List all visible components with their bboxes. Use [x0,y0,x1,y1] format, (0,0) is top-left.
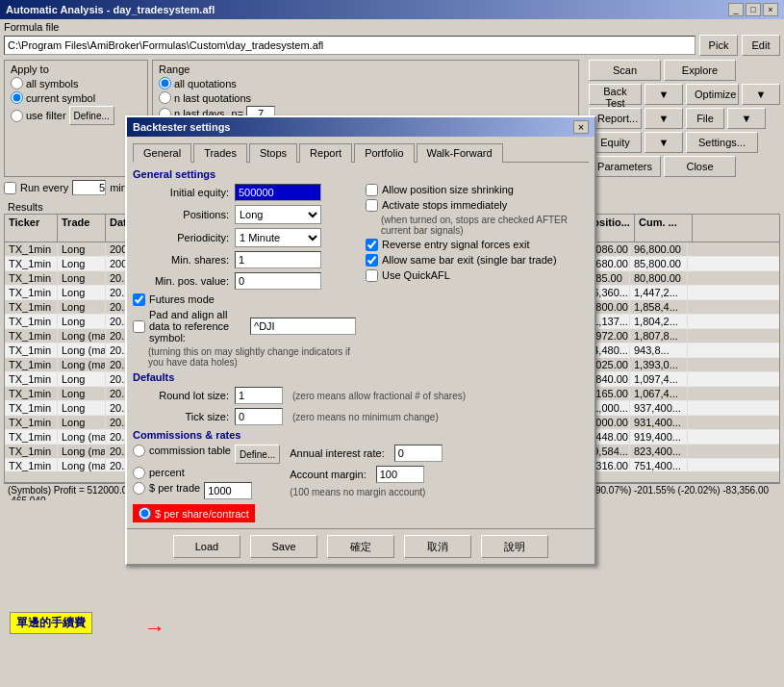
tab-general[interactable]: General [133,143,191,163]
radio-all-symbols-label: all symbols [26,78,78,89]
pad-align-checkbox[interactable] [133,320,145,333]
percent-radio[interactable] [133,467,145,479]
commission-table-row: commission table Define... [133,445,280,464]
tick-size-hint: (zero means no minimum change) [292,412,439,422]
initial-equity-label: Initial equity: [133,187,229,198]
maximize-button[interactable]: □ [746,3,761,16]
table-cell: 1,804,2... [630,315,688,328]
radio-use-filter-input[interactable] [11,110,23,122]
help-button[interactable]: 說明 [481,535,548,558]
explore-button[interactable]: Explore [664,60,736,81]
allow-pos-shrink-checkbox[interactable] [366,184,378,196]
futures-mode-label: Futures mode [149,293,215,305]
activate-stops-hint: (when turned on, stops are checked AFTER… [381,215,589,236]
pick-button[interactable]: Pick [699,35,738,56]
initial-equity-input[interactable] [235,184,321,201]
radio-current-symbol-input[interactable] [11,91,23,104]
table-cell: TX_1min [5,329,58,343]
parameters-button[interactable]: Parameters [589,156,661,177]
futures-mode-checkbox[interactable] [133,293,145,306]
close-button[interactable]: Close [664,156,736,177]
scan-button[interactable]: Scan [589,60,661,81]
tab-portfolio[interactable]: Portfolio [354,143,414,163]
formula-path-input[interactable] [4,36,695,55]
run-every-row: Run every min [4,180,127,195]
run-every-input[interactable] [72,180,106,195]
equity-dropdown[interactable]: ▼ [645,132,683,153]
radio-n-last-quotations-input[interactable] [159,91,171,104]
dialog-close-button[interactable]: × [573,120,589,134]
load-button[interactable]: Load [173,535,240,558]
periodicity-select[interactable]: 1 Minute 5 Minutes Daily [235,228,321,247]
close-window-button[interactable]: × [763,3,778,16]
positions-select[interactable]: Long Short Long & Short [235,205,321,224]
tab-trades[interactable]: Trades [193,143,247,163]
radio-all-quotations-label: all quotations [174,78,237,89]
ref-symbol-input[interactable] [250,318,356,335]
file-dropdown[interactable]: ▼ [727,108,766,129]
tick-size-row: Tick size: (zero means no minimum change… [133,408,589,425]
radio-all-quotations-input[interactable] [159,77,171,89]
table-cell: 751,400... [630,459,688,471]
settings-button[interactable]: Settings... [686,132,758,153]
annual-interest-input[interactable] [394,445,443,462]
commission-table-label: commission table [149,445,231,456]
min-pos-value-label: Min. pos. value: [133,275,229,287]
table-cell: Long [58,416,106,429]
backtest-dropdown[interactable]: ▼ [645,84,683,105]
radio-all-symbols-input[interactable] [11,77,23,89]
table-cell: TX_1min [5,372,58,386]
round-lot-input[interactable] [235,387,283,404]
activate-stops-label: Activate stops immediately [382,199,507,211]
confirm-button[interactable]: 確定 [327,535,394,558]
tab-stops[interactable]: Stops [249,143,297,163]
min-pos-value-input[interactable] [235,272,321,290]
table-cell: 1,393,0... [630,358,688,371]
run-every-checkbox[interactable] [4,182,16,194]
table-cell: TX_1min [5,459,58,471]
report-button[interactable]: Report... [589,108,642,129]
tab-walk-forward[interactable]: Walk-Forward [417,143,503,163]
commission-table-radio[interactable] [133,445,145,457]
radio-n-last-quotations-label: n last quotations [174,92,251,104]
commissions-right: Annual interest rate: Account margin: (1… [290,445,442,522]
tab-report[interactable]: Report [299,143,352,163]
min-shares-input[interactable] [235,251,321,268]
account-margin-input[interactable] [376,466,424,483]
optimize-dropdown[interactable]: ▼ [742,84,780,105]
activate-stops-checkbox[interactable] [366,199,378,212]
allow-same-bar-checkbox[interactable] [366,254,378,267]
tick-size-input[interactable] [235,408,283,425]
per-trade-radio[interactable] [133,482,145,495]
table-cell: 1,097,4... [630,372,688,386]
per-share-radio[interactable] [139,507,151,520]
file-button[interactable]: File [686,108,724,129]
col-header-trade: Trade [58,215,106,242]
report-dropdown[interactable]: ▼ [645,108,683,129]
equity-button[interactable]: Equity [589,132,642,153]
save-button[interactable]: Save [250,535,317,558]
commission-define-button[interactable]: Define... [235,445,280,464]
radio-current-symbol: current symbol [11,91,141,104]
table-cell: 823,400... [630,445,688,458]
per-trade-input[interactable] [204,482,252,499]
futures-mode-row: Futures mode [133,293,356,306]
backtest-button[interactable]: Back Test [589,84,642,105]
cancel-button[interactable]: 取消 [404,535,471,558]
table-cell: Long [58,242,106,256]
optimize-button[interactable]: Optimize [686,84,739,105]
define-button[interactable]: Define... [69,106,114,125]
table-cell: Long [58,387,106,400]
pad-align-row: Pad and align all data to reference symb… [133,309,356,344]
min-pos-value-row: Min. pos. value: [133,272,356,290]
table-cell: 937,400... [630,401,688,415]
use-quickafl-checkbox[interactable] [366,269,378,282]
minimize-button[interactable]: _ [728,3,744,16]
radio-use-filter: use filter Define... [11,106,141,125]
table-cell: 1,807,8... [630,329,688,343]
defaults-title: Defaults [133,371,589,383]
table-cell: Long (ma... [58,430,106,444]
edit-button[interactable]: Edit [742,35,780,56]
reverse-entry-checkbox[interactable] [366,239,378,251]
table-cell: TX_1min [5,430,58,444]
